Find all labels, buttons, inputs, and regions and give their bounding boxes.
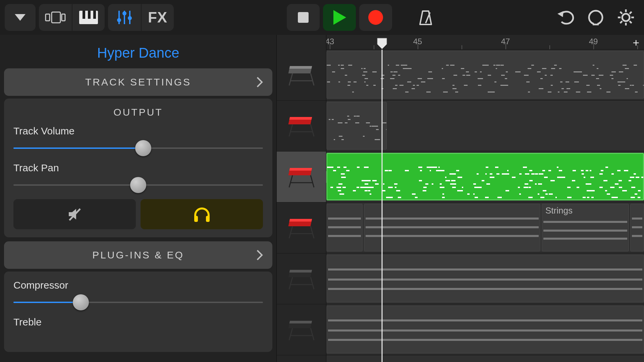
midi-region[interactable] (326, 51, 644, 99)
svg-line-28 (630, 21, 632, 23)
track-row[interactable] (277, 152, 326, 202)
svg-line-30 (620, 21, 622, 23)
track-row[interactable] (277, 101, 326, 152)
timeline-ruler[interactable]: + 43454749515355 (326, 35, 644, 50)
svg-point-11 (117, 18, 121, 22)
svg-rect-56 (289, 270, 312, 273)
track-row[interactable] (277, 253, 326, 304)
undo-button[interactable] (552, 4, 579, 31)
piano-keys-icon (78, 10, 99, 25)
lane[interactable] (326, 101, 644, 152)
lane[interactable] (326, 253, 644, 304)
keyboard-icon (287, 318, 316, 342)
plugins-label: PLUG-INS & EQ (92, 249, 184, 261)
svg-rect-2 (52, 12, 60, 23)
fx-button[interactable]: FX (141, 4, 174, 31)
compressor-label: Compressor (13, 280, 263, 291)
track-settings-button[interactable]: TRACK SETTINGS (4, 68, 272, 96)
midi-region[interactable] (364, 204, 540, 251)
svg-line-38 (311, 73, 314, 85)
play-button[interactable] (323, 4, 356, 31)
metronome-icon (417, 8, 435, 26)
svg-point-16 (368, 10, 383, 25)
svg-rect-36 (289, 66, 312, 69)
output-section: OUTPUT Track Volume Track Pan (4, 99, 272, 237)
chevron-right-icon (256, 76, 263, 88)
track-name: Hyper Dance (0, 35, 276, 68)
track-pan-slider[interactable] (13, 178, 263, 192)
svg-line-47 (289, 175, 292, 187)
timeline[interactable]: + 43454749515355 (326, 35, 644, 362)
track-volume-slider[interactable] (13, 141, 263, 156)
track-controls-button[interactable] (108, 4, 141, 31)
midi-region[interactable] (326, 153, 644, 200)
svg-marker-0 (15, 14, 25, 21)
svg-point-13 (128, 16, 132, 20)
lane[interactable]: Strings (326, 202, 644, 253)
main-area: Hyper Dance TRACK SETTINGS OUTPUT Track … (0, 35, 644, 362)
svg-rect-3 (62, 14, 65, 21)
midi-region[interactable] (326, 102, 387, 149)
solo-button[interactable] (141, 199, 263, 229)
svg-rect-14 (298, 12, 309, 23)
gear-icon (617, 8, 635, 26)
loop-button[interactable] (582, 4, 609, 31)
svg-point-22 (622, 14, 630, 21)
keyboard-icon (287, 165, 316, 189)
track-controls-panel: Hyper Dance TRACK SETTINGS OUTPUT Track … (0, 35, 277, 362)
stop-button[interactable] (287, 4, 320, 31)
top-toolbar: FX (0, 0, 644, 35)
region-label: Strings (545, 205, 573, 216)
keyboard-icon (287, 267, 316, 291)
svg-rect-1 (46, 14, 50, 21)
svg-line-37 (289, 73, 292, 85)
instrument-view-toggle (39, 4, 105, 31)
lane[interactable] (326, 152, 644, 202)
svg-rect-34 (206, 216, 210, 222)
svg-marker-18 (557, 11, 564, 17)
midi-region[interactable] (326, 204, 363, 251)
svg-line-42 (289, 124, 292, 136)
lane[interactable] (326, 304, 644, 355)
svg-rect-7 (93, 11, 96, 19)
svg-rect-6 (88, 11, 91, 19)
track-row[interactable] (277, 304, 326, 355)
add-track-icon[interactable]: + (633, 36, 639, 49)
ruler-number: 43 (326, 37, 334, 46)
compressor-slider[interactable] (13, 295, 263, 310)
svg-rect-5 (83, 11, 85, 19)
playhead[interactable] (382, 50, 383, 362)
track-row[interactable] (277, 50, 326, 101)
svg-rect-33 (194, 216, 198, 222)
browser-view-button[interactable] (39, 4, 72, 31)
fx-label: FX (148, 9, 167, 26)
record-button[interactable] (359, 4, 392, 31)
track-headers-column (277, 35, 326, 362)
playhead-handle-icon[interactable] (377, 38, 387, 50)
midi-region[interactable] (326, 306, 644, 353)
svg-line-27 (620, 12, 622, 14)
svg-rect-41 (289, 117, 312, 120)
ruler-number: 49 (589, 37, 598, 46)
chevron-down-icon (13, 13, 27, 22)
svg-line-53 (311, 226, 314, 238)
loop-icon (587, 8, 605, 26)
track-pan-label: Track Pan (13, 162, 263, 174)
keyboard-icon (287, 114, 316, 138)
track-settings-label: TRACK SETTINGS (85, 76, 191, 88)
midi-region[interactable]: Strings (542, 204, 629, 251)
svg-line-63 (311, 328, 314, 340)
view-menu-button[interactable] (5, 4, 36, 31)
settings-button[interactable] (612, 4, 639, 31)
plugins-eq-button[interactable]: PLUG-INS & EQ (4, 241, 272, 269)
svg-line-29 (630, 12, 632, 14)
metronome-button[interactable] (412, 4, 439, 31)
mute-button[interactable] (13, 199, 136, 229)
svg-rect-51 (289, 219, 312, 222)
lane[interactable] (326, 50, 644, 101)
midi-region[interactable] (630, 204, 644, 251)
track-row[interactable] (277, 202, 326, 253)
midi-region[interactable] (326, 255, 644, 302)
keyboard-view-button[interactable] (72, 4, 105, 31)
keyboard-icon (287, 63, 316, 87)
